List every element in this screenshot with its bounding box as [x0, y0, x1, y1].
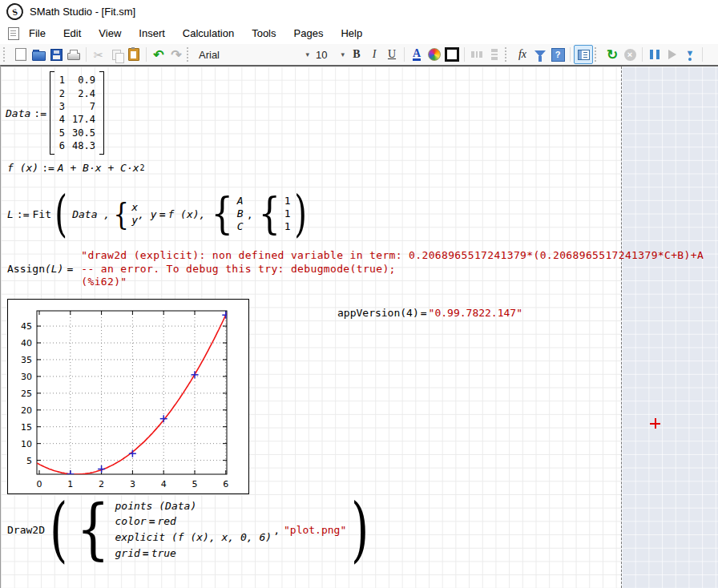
italic-button[interactable]: I: [365, 46, 383, 63]
menu-file[interactable]: File: [20, 24, 54, 42]
bool-equals: =: [157, 208, 168, 220]
toolbar-grip: [3, 47, 9, 62]
funnel-icon: [534, 50, 546, 57]
copy-button[interactable]: [107, 46, 125, 63]
reference-button[interactable]: ?: [549, 46, 567, 63]
matrix-row: 10.9: [58, 74, 95, 87]
undo-arrow-icon: ↶: [153, 47, 163, 62]
print-button[interactable]: [65, 46, 83, 63]
fx-exponent: 2: [140, 163, 145, 172]
page-extension-area[interactable]: [621, 66, 718, 588]
border-button[interactable]: [443, 46, 461, 63]
svg-text:20: 20: [21, 405, 32, 416]
function-button[interactable]: fx: [514, 46, 531, 63]
svg-text:15: 15: [21, 422, 32, 433]
vertical-spacing-icon: [491, 49, 498, 60]
draw2d-filename: "plot.png": [284, 524, 346, 536]
svg-text:5: 5: [192, 479, 198, 489]
toolbar-grip: [505, 47, 510, 62]
play-button[interactable]: [664, 46, 681, 63]
fit-definition-region[interactable]: L := Fit ( Data , { xy , y = f (x), { AB…: [7, 188, 310, 240]
bold-button[interactable]: B: [348, 46, 365, 63]
cut-button[interactable]: ✂: [90, 46, 107, 63]
matrix-row: 648.3: [58, 139, 95, 152]
horizontal-spacing-button[interactable]: [468, 46, 486, 63]
toolbar-separator: [146, 47, 147, 62]
pause-icon: [650, 50, 660, 59]
recalculate-button[interactable]: ↻: [603, 46, 621, 63]
matrix-table: 10.9 22.4 37 417.4 530.5 648.3: [57, 71, 97, 155]
font-family-select[interactable]: Arial ▾: [196, 46, 313, 62]
error-message: "draw2d (explicit): non defined variable…: [81, 249, 704, 289]
copy-icon: [112, 50, 121, 60]
font-size-select[interactable]: 10 ▾: [313, 46, 348, 62]
new-page-icon: [15, 48, 26, 61]
insertion-cursor: [650, 418, 660, 429]
equals-operator: =: [63, 263, 76, 275]
fx-rhs: A + B·x + C·x: [58, 162, 139, 174]
background-color-button[interactable]: [426, 46, 443, 63]
plot-image[interactable]: 012345651015202530354045: [7, 299, 249, 494]
appversion-arg: (4): [400, 307, 418, 319]
chevron-down-icon: ▾: [341, 50, 345, 58]
redo-button[interactable]: ↷: [167, 46, 185, 63]
toolbar-separator: [570, 47, 571, 62]
new-button[interactable]: [12, 46, 30, 63]
side-panel-toggle[interactable]: [574, 45, 593, 64]
stop-button[interactable]: ×: [621, 46, 639, 63]
paren-close: ): [294, 191, 307, 238]
menu-pages[interactable]: Pages: [285, 24, 333, 42]
refresh-icon: ↻: [607, 46, 618, 63]
filter-button[interactable]: [531, 46, 549, 63]
vertical-spacing-button[interactable]: [486, 46, 503, 63]
paste-button[interactable]: [125, 46, 143, 63]
open-button[interactable]: [30, 46, 47, 63]
open-folder-icon: [32, 51, 46, 61]
redo-arrow-icon: ↷: [171, 47, 181, 62]
assign-operator: :=: [14, 208, 33, 220]
draw2d-label: Draw2D: [7, 524, 45, 536]
pause-button[interactable]: [646, 46, 664, 63]
document-icon[interactable]: [8, 27, 19, 40]
toolbar-separator: [464, 47, 465, 62]
menu-insert[interactable]: Insert: [130, 24, 174, 42]
font-color-icon: A: [413, 49, 421, 61]
save-button[interactable]: [47, 46, 65, 63]
help-book-icon: ?: [551, 48, 565, 62]
printer-icon: [67, 53, 80, 60]
assign-error-region[interactable]: Assign (L) = "draw2d (explicit): non def…: [7, 249, 704, 289]
assign-operator: :=: [38, 162, 58, 174]
svg-text:4: 4: [161, 479, 167, 489]
save-floppy-icon: [50, 49, 63, 61]
toolbar-separator: [642, 47, 643, 62]
fx-lhs: f (x): [7, 162, 38, 174]
draw2d-arguments: points (Data) color=red explicit (f (x),…: [115, 498, 272, 561]
step-button[interactable]: ▼: [681, 46, 699, 63]
svg-text:40: 40: [21, 338, 32, 348]
undo-button[interactable]: ↶: [150, 46, 167, 63]
assign-label: Assign: [7, 263, 45, 275]
app-version-region[interactable]: appVersion (4) = "0.99.7822.147": [337, 307, 522, 319]
menu-view[interactable]: View: [90, 24, 130, 42]
matrix-bracket-right: [99, 71, 104, 155]
fit-equation-post: f (x),: [167, 208, 205, 220]
menu-edit[interactable]: Edit: [54, 24, 90, 42]
worksheet-canvas[interactable]: Data := 10.9 22.4 37 417.4 530.5 648.3 f…: [0, 65, 718, 588]
play-icon: [668, 50, 676, 59]
paren-open: (: [50, 496, 67, 563]
brace-icon: {: [77, 498, 111, 561]
brace-icon: {: [212, 193, 233, 234]
titlebar: S SMath Studio - [Fit.sm]: [0, 0, 718, 22]
menu-help[interactable]: Help: [332, 24, 371, 42]
vector-abc: { ABC: [208, 193, 243, 234]
font-family-value: Arial: [199, 49, 220, 61]
font-color-button[interactable]: A: [408, 46, 426, 63]
underline-button[interactable]: U: [383, 46, 401, 63]
svg-text:35: 35: [21, 355, 32, 365]
menu-tools[interactable]: Tools: [243, 24, 284, 42]
svg-text:0: 0: [37, 479, 42, 489]
menu-calculation[interactable]: Calculation: [174, 24, 243, 42]
draw2d-region[interactable]: Draw2D ( { points (Data) color=red expli…: [7, 494, 374, 565]
data-matrix-region[interactable]: Data := 10.9 22.4 37 417.4 530.5 648.3: [6, 71, 104, 155]
function-definition-region[interactable]: f (x) := A + B·x + C·x 2: [7, 162, 145, 174]
